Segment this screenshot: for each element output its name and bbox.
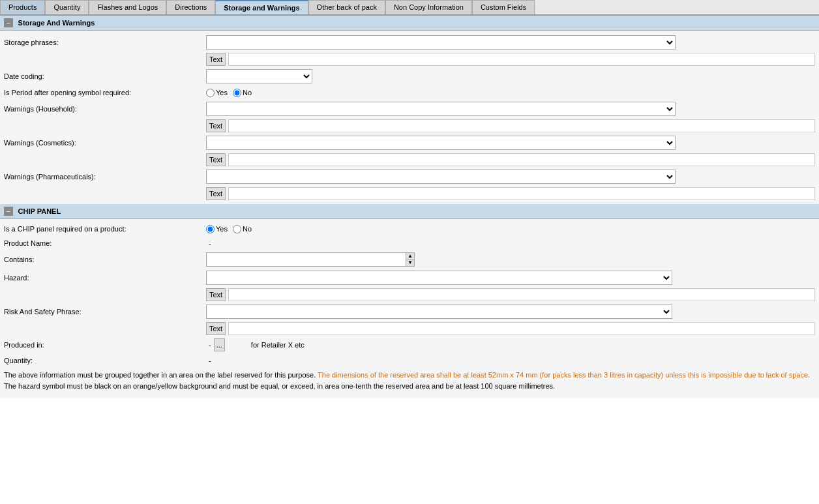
period-radio-group: Yes No bbox=[206, 89, 815, 97]
risk-text-row: Text bbox=[0, 321, 819, 336]
notice-line2: The hazard symbol must be black on an or… bbox=[4, 381, 815, 391]
contains-control: ▲ ▼ bbox=[206, 252, 815, 267]
contains-label: Contains: bbox=[4, 256, 206, 263]
produced-row: Produced in: - ... for Retailer X etc bbox=[0, 336, 819, 353]
chip-required-row: Is a CHIP panel required on a product: Y… bbox=[0, 222, 819, 236]
section-chip-panel-header: – CHIP PANEL bbox=[0, 204, 819, 219]
warnings-household-label: Warnings (Household): bbox=[4, 105, 206, 113]
tab-products[interactable]: Products bbox=[0, 0, 45, 14]
tab-other-back[interactable]: Other back of pack bbox=[308, 0, 385, 14]
contains-input[interactable] bbox=[207, 253, 406, 266]
notice-line1-pre: The above information must be grouped to… bbox=[4, 371, 318, 379]
date-coding-row: Date coding: bbox=[0, 67, 819, 85]
hazard-text-input[interactable] bbox=[228, 288, 815, 301]
warnings-cosmetics-control bbox=[206, 136, 815, 150]
contains-decrement-btn[interactable]: ▼ bbox=[406, 260, 414, 267]
tab-directions[interactable]: Directions bbox=[166, 0, 215, 14]
warnings-pharma-text-btn[interactable]: Text bbox=[206, 187, 226, 200]
warnings-pharma-text-row: Text bbox=[0, 186, 819, 201]
product-name-row: Product Name: - bbox=[0, 236, 819, 250]
storage-phrases-control bbox=[206, 35, 815, 50]
warnings-household-control bbox=[206, 102, 815, 116]
warnings-pharma-select[interactable] bbox=[206, 170, 676, 184]
risk-control bbox=[206, 304, 815, 319]
produced-dash: - bbox=[206, 341, 211, 349]
chip-panel-form: Is a CHIP panel required on a product: Y… bbox=[0, 219, 819, 398]
period-yes-label[interactable]: Yes bbox=[206, 89, 228, 97]
period-label: Is Period after opening symbol required: bbox=[4, 89, 206, 96]
risk-text-btn[interactable]: Text bbox=[206, 322, 226, 335]
section-storage-warnings-header: – Storage And Warnings bbox=[0, 16, 819, 31]
risk-text-input[interactable] bbox=[228, 322, 815, 335]
period-no-radio[interactable] bbox=[233, 89, 241, 97]
chip-radio-group: Yes No bbox=[206, 225, 815, 233]
storage-phrases-row: Storage phrases: bbox=[0, 33, 819, 52]
hazard-text-row: Text bbox=[0, 287, 819, 303]
tab-quantity[interactable]: Quantity bbox=[45, 0, 89, 14]
section-chip-title: CHIP PANEL bbox=[18, 207, 61, 215]
hazard-text-btn[interactable]: Text bbox=[206, 288, 226, 301]
warnings-pharma-label: Warnings (Pharmaceuticals): bbox=[4, 173, 206, 181]
contains-row: Contains: ▲ ▼ bbox=[0, 250, 819, 269]
storage-warnings-form: Storage phrases: Text Date coding: Is Pe… bbox=[0, 31, 819, 204]
date-coding-label: Date coding: bbox=[4, 72, 206, 80]
hazard-row: Hazard: bbox=[0, 269, 819, 287]
warnings-household-text-input[interactable] bbox=[228, 119, 815, 132]
quantity-label: Quantity: bbox=[4, 357, 206, 364]
risk-label: Risk And Safety Phrase: bbox=[4, 308, 206, 316]
warnings-cosmetics-text-row: Text bbox=[0, 152, 819, 168]
warnings-pharma-row: Warnings (Pharmaceuticals): bbox=[0, 168, 819, 186]
period-row: Is Period after opening symbol required:… bbox=[0, 85, 819, 100]
risk-row: Risk And Safety Phrase: bbox=[0, 303, 819, 321]
tab-bar: Products Quantity Flashes and Logos Dire… bbox=[0, 0, 819, 16]
contains-increment-btn[interactable]: ▲ bbox=[406, 253, 414, 260]
date-coding-select[interactable] bbox=[206, 69, 312, 83]
chip-no-label[interactable]: No bbox=[233, 225, 252, 233]
storage-phrases-label: Storage phrases: bbox=[4, 38, 206, 46]
contains-spinner-btns: ▲ ▼ bbox=[406, 253, 414, 266]
chip-no-radio[interactable] bbox=[233, 225, 241, 233]
date-coding-control bbox=[206, 69, 815, 83]
warnings-household-select[interactable] bbox=[206, 102, 676, 116]
period-yes-radio[interactable] bbox=[206, 89, 215, 97]
warnings-cosmetics-text-btn[interactable]: Text bbox=[206, 153, 226, 166]
notice-line1: The above information must be grouped to… bbox=[4, 370, 815, 380]
warnings-pharma-control bbox=[206, 170, 815, 184]
warnings-household-text-btn[interactable]: Text bbox=[206, 119, 226, 132]
warnings-cosmetics-text-input[interactable] bbox=[228, 153, 815, 166]
product-name-value: - bbox=[206, 239, 815, 247]
chip-yes-label[interactable]: Yes bbox=[206, 225, 228, 233]
product-name-label: Product Name: bbox=[4, 239, 206, 247]
warnings-cosmetics-row: Warnings (Cosmetics): bbox=[0, 134, 819, 152]
storage-phrases-select[interactable] bbox=[206, 35, 676, 50]
warnings-pharma-text-input[interactable] bbox=[228, 187, 815, 200]
storage-phrases-text-row: Text bbox=[0, 52, 819, 67]
tab-storage-warnings[interactable]: Storage and Warnings bbox=[215, 0, 308, 14]
hazard-select[interactable] bbox=[206, 271, 672, 285]
quantity-value: - bbox=[206, 357, 211, 364]
produced-browse-btn[interactable]: ... bbox=[214, 338, 225, 351]
tab-custom-fields[interactable]: Custom Fields bbox=[472, 0, 535, 14]
period-no-label[interactable]: No bbox=[233, 89, 252, 97]
section-storage-warnings-title: Storage And Warnings bbox=[18, 19, 95, 27]
storage-text-btn[interactable]: Text bbox=[206, 53, 226, 66]
collapse-chip-btn[interactable]: – bbox=[4, 207, 13, 216]
warnings-household-text-row: Text bbox=[0, 118, 819, 134]
risk-select[interactable] bbox=[206, 304, 672, 319]
chip-yes-radio[interactable] bbox=[206, 225, 215, 233]
notice-area: The above information must be grouped to… bbox=[0, 368, 819, 396]
contains-spinner: ▲ ▼ bbox=[206, 252, 415, 267]
produced-label: Produced in: bbox=[4, 341, 206, 349]
quantity-row: Quantity: - bbox=[0, 353, 819, 368]
tab-flashes-logos[interactable]: Flashes and Logos bbox=[89, 0, 166, 14]
chip-required-label: Is a CHIP panel required on a product: bbox=[4, 225, 206, 233]
warnings-household-row: Warnings (Household): bbox=[0, 100, 819, 118]
hazard-label: Hazard: bbox=[4, 274, 206, 282]
storage-text-input[interactable] bbox=[228, 53, 815, 66]
warnings-cosmetics-select[interactable] bbox=[206, 136, 676, 150]
warnings-cosmetics-label: Warnings (Cosmetics): bbox=[4, 139, 206, 147]
for-retailer-text: for Retailer X etc bbox=[251, 341, 305, 349]
tab-non-copy[interactable]: Non Copy Information bbox=[385, 0, 472, 14]
notice-line1-highlight: The dimensions of the reserved area shal… bbox=[318, 371, 810, 379]
collapse-storage-btn[interactable]: – bbox=[4, 18, 13, 27]
